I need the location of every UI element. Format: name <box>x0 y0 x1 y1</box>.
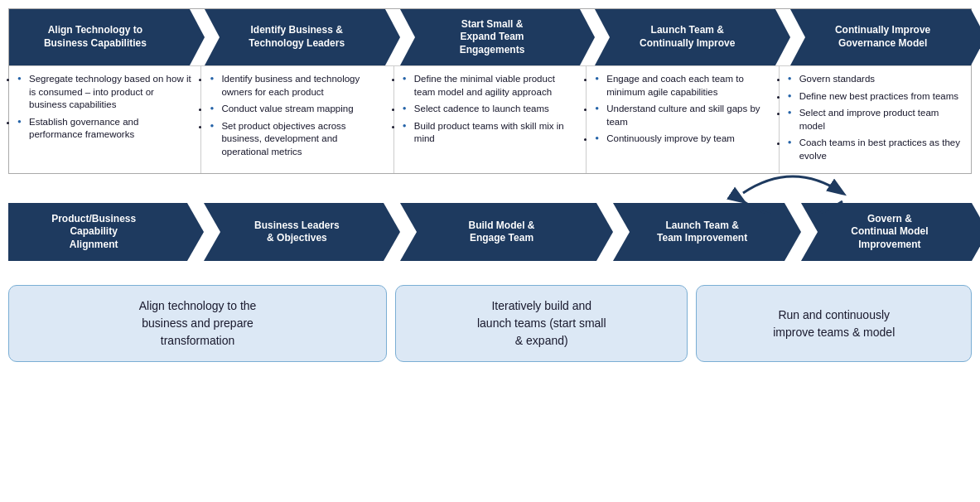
bottom-box1: Align technology to thebusiness and prep… <box>8 285 387 362</box>
bullet-3-1: ●Define the minimal viable product team … <box>403 73 577 99</box>
mid-step2-label: Business Leaders & Objectives <box>254 220 340 245</box>
bullet-1-1: ●Segregate technology based on how it is… <box>17 73 192 112</box>
mid-step1-wrapper: Product/Business Capability Alignment <box>8 203 204 261</box>
step1-title: Align Technology to Business Capabilitie… <box>44 24 147 50</box>
bullet-3-3: ●Build product teams with skill mix in m… <box>403 120 577 146</box>
bullet-2-3: ●Set product objectives across business,… <box>210 120 384 159</box>
top-content-row: ●Segregate technology based on how it is… <box>9 65 971 173</box>
top-section: Align Technology to Business Capabilitie… <box>8 8 972 174</box>
bullet-3-2: ●Select cadence to launch teams <box>403 103 577 116</box>
bullet-5-4: ●Coach teams in best practices as they e… <box>788 137 963 162</box>
content-col1: ●Segregate technology based on how it is… <box>9 66 201 173</box>
mid-step3: Build Model & Engage Team <box>400 203 597 261</box>
step5-title: Continually Improve Governance Model <box>835 24 930 50</box>
top-arrows-row: Align Technology to Business Capabilitie… <box>9 9 971 65</box>
step3-title: Start Small & Expand Team Engagements <box>460 18 525 57</box>
step2-title: Identify Business & Technology Leaders <box>249 24 345 50</box>
content-col2: ●Identify business and technology owners… <box>201 66 393 173</box>
last-two-container: Launch Team & Team Improvement Govern & … <box>613 203 972 261</box>
bullet-2-1: ●Identify business and technology owners… <box>210 73 384 99</box>
bullet-1-2: ●Establish governance and performance fr… <box>17 116 192 142</box>
mid-step4-label: Launch Team & Team Improvement <box>657 220 747 245</box>
page-container: Align Technology to Business Capabilitie… <box>8 8 972 362</box>
bottom-box2: Iteratively build andlaunch teams (start… <box>395 285 688 362</box>
content-col4: ●Engage and coach each team to minimum a… <box>587 66 779 173</box>
bullet-4-2: ●Understand culture and skill gaps by te… <box>595 103 770 128</box>
step4-title: Launch Team & Continually Improve <box>640 24 735 50</box>
mid-step3-label: Build Model & Engage Team <box>469 220 535 245</box>
mid-step2: Business Leaders & Objectives <box>204 203 383 261</box>
bullet-5-1: ●Govern standards <box>788 73 963 86</box>
step4-wrapper: Launch Team & Continually Improve <box>595 9 790 65</box>
mid-step2-wrapper: Business Leaders & Objectives <box>204 203 399 261</box>
bottom-box1-text: Align technology to thebusiness and prep… <box>139 297 257 350</box>
step3-chevron: Start Small & Expand Team Engagements <box>400 9 581 65</box>
step1-wrapper: Align Technology to Business Capabilitie… <box>9 9 205 65</box>
step4-chevron: Launch Team & Continually Improve <box>595 9 775 65</box>
bullet-4-3: ●Continuously improve by team <box>595 133 770 146</box>
bottom-section: Align technology to thebusiness and prep… <box>8 285 972 362</box>
bottom-box3: Run and continuouslyimprove teams & mode… <box>696 285 972 362</box>
step2-chevron: Identify Business & Technology Leaders <box>205 9 385 65</box>
middle-section: Product/Business Capability Alignment Bu… <box>8 191 972 273</box>
mid-step1-label: Product/Business Capability Alignment <box>51 213 136 252</box>
bottom-box3-text: Run and continuouslyimprove teams & mode… <box>773 307 895 341</box>
step5-wrapper: Continually Improve Governance Model <box>790 9 971 65</box>
step2-wrapper: Identify Business & Technology Leaders <box>205 9 400 65</box>
content-col5: ●Govern standards ●Define new best pract… <box>780 66 971 173</box>
bullet-4-1: ●Engage and coach each team to minimum a… <box>595 73 770 99</box>
mid-step1: Product/Business Capability Alignment <box>8 203 187 261</box>
bullet-5-3: ●Select and improve product team model <box>788 107 963 133</box>
step3-wrapper: Start Small & Expand Team Engagements <box>400 9 596 65</box>
bullet-5-2: ●Define new best practices from teams <box>788 90 963 104</box>
step5-chevron: Continually Improve Governance Model <box>790 9 971 65</box>
step1-chevron: Align Technology to Business Capabilitie… <box>9 9 190 65</box>
content-col3: ●Define the minimal viable product team … <box>394 66 587 173</box>
mid-step5-label: Govern & Continual Model Improvement <box>851 213 928 252</box>
mid-step3-wrapper: Build Model & Engage Team <box>400 203 614 261</box>
bullet-2-2: ●Conduct value stream mapping <box>210 103 384 116</box>
bottom-box2-text: Iteratively build andlaunch teams (start… <box>477 297 606 350</box>
